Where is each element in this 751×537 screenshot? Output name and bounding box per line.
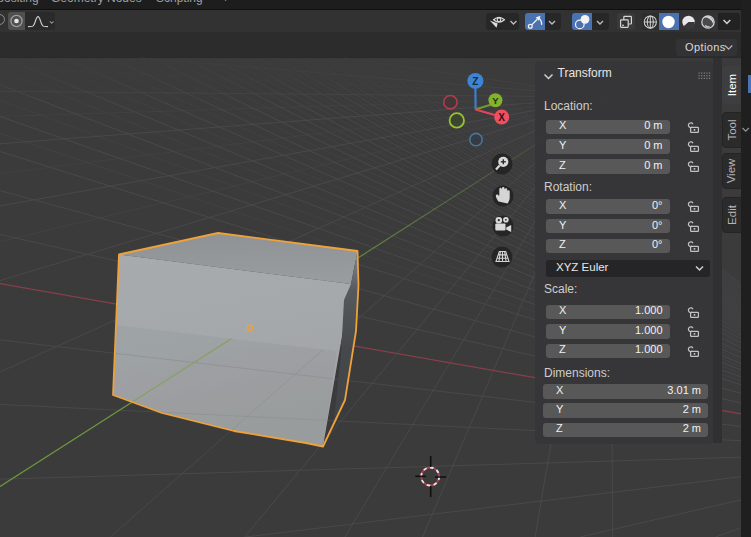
svg-text:Z: Z [472,76,478,87]
svg-text:Y: Y [492,95,499,106]
svg-text:X: X [498,112,505,123]
